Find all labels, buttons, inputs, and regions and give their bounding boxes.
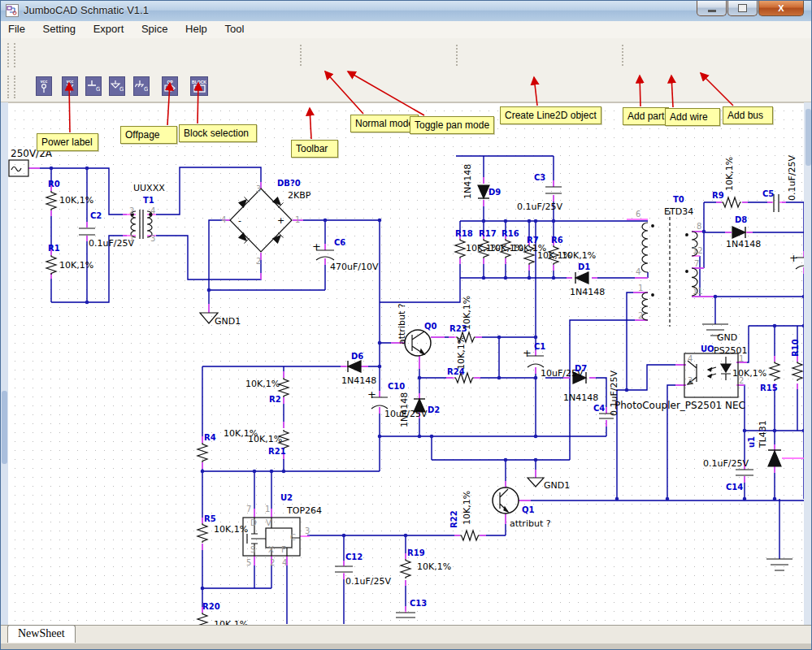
ground-button[interactable]: G bbox=[85, 76, 102, 96]
schematic-label: D7 bbox=[575, 364, 587, 373]
schematic-label: V bbox=[266, 518, 271, 527]
offpage-button[interactable]: OP bbox=[162, 76, 178, 96]
schematic-label: C3 bbox=[534, 173, 545, 182]
schematic-label: C14 bbox=[726, 483, 743, 492]
schematic-label: ETD34 bbox=[664, 206, 693, 217]
power-label-y-button[interactable]: vcc bbox=[62, 76, 78, 96]
schematic-label: - bbox=[238, 215, 241, 226]
schematic-label: D6 bbox=[351, 352, 363, 361]
schematic-label: 1N4148 bbox=[399, 392, 410, 427]
schematic-drawing: 250V/2AR010K,1%C20.1uF/25VR110K,1%UUXXXT… bbox=[8, 103, 804, 626]
schematic-label: 10K,1% bbox=[462, 491, 472, 525]
schematic-label: 10K,1% bbox=[59, 195, 93, 206]
tab-newsheet[interactable]: NewSheet bbox=[7, 625, 76, 643]
ac-source bbox=[9, 160, 28, 176]
schematic-label: 0.1uF/25V bbox=[345, 576, 391, 587]
close-button[interactable]: X bbox=[758, 1, 804, 16]
schematic-label: R20 bbox=[202, 602, 220, 611]
toolbar-separator bbox=[622, 45, 625, 66]
schematic-label: UO bbox=[701, 344, 714, 353]
schematic-label: S bbox=[250, 545, 255, 554]
schematic-label: 0.1uF/25V bbox=[787, 155, 797, 201]
menu-spice[interactable]: Spice bbox=[134, 21, 176, 35]
schematic-label: T0 bbox=[673, 195, 684, 204]
schematic-label: 7 bbox=[246, 505, 251, 514]
schematic-label: C6 bbox=[334, 238, 345, 247]
schematic-label: GND bbox=[717, 332, 737, 343]
transformer-t0 bbox=[641, 211, 697, 327]
toolbar-grip[interactable] bbox=[14, 76, 18, 98]
schematic-label: D8 bbox=[735, 215, 747, 224]
schematic-label: R15 bbox=[760, 384, 778, 392]
toolbar-grip[interactable] bbox=[14, 43, 18, 67]
left-scrollbar[interactable] bbox=[1, 102, 8, 625]
minimize-button[interactable] bbox=[697, 1, 727, 16]
block-icon bbox=[193, 84, 206, 93]
maximize-button[interactable] bbox=[727, 1, 758, 16]
minimize-icon bbox=[708, 10, 716, 12]
toolbar-grip[interactable] bbox=[7, 76, 11, 98]
schematic-label: 1N4148 bbox=[563, 392, 598, 403]
schematic-label: 6 bbox=[636, 210, 640, 219]
schematic-label: UUXXX bbox=[133, 183, 165, 193]
schematic-label: 7 bbox=[694, 259, 699, 268]
schematic-label: R9 bbox=[712, 191, 724, 200]
bottom-strip bbox=[1, 644, 811, 650]
schematic-label: T1 bbox=[143, 196, 154, 205]
schematic-label: 10K,1% bbox=[456, 336, 467, 370]
right-scrollbar[interactable] bbox=[804, 102, 812, 625]
schematic-label: 1 bbox=[265, 505, 270, 514]
toolbar-separator bbox=[300, 45, 303, 66]
schematic-label: 10K,1% bbox=[248, 434, 282, 444]
schematic-label: 1 bbox=[129, 234, 134, 243]
schematic-label: 2 bbox=[638, 311, 643, 320]
chassis-ground-button[interactable]: G bbox=[133, 76, 150, 96]
schematic-label: 10K,1% bbox=[562, 250, 596, 261]
menu-tool[interactable]: Tool bbox=[217, 21, 251, 35]
schematic-label: C5 bbox=[762, 189, 774, 198]
schematic-label: TL431 bbox=[758, 420, 768, 448]
schematic-label: 2 bbox=[270, 558, 275, 567]
schematic-label: D9 bbox=[489, 188, 501, 197]
menu-bar: File Setting Export Spice Help Tool bbox=[1, 21, 811, 39]
earth-ground-button[interactable]: G bbox=[109, 76, 125, 96]
block-selection-button[interactable]: BLOCK bbox=[190, 76, 208, 96]
schematic-label: 4 bbox=[221, 215, 226, 224]
app-window: JumboCAD Schmatic V1.1 X File Setting Ex… bbox=[0, 0, 812, 650]
maximize-icon bbox=[738, 4, 747, 12]
menu-file[interactable]: File bbox=[1, 21, 33, 35]
schematic-label: u1 bbox=[747, 436, 756, 448]
earth-ground-icon: G bbox=[111, 80, 124, 93]
schematic-label: DB?0 bbox=[277, 179, 301, 188]
schematic-label: C1 bbox=[534, 342, 545, 351]
schematic-label: GND1 bbox=[544, 480, 570, 491]
toolbar-separator bbox=[456, 45, 459, 66]
schematic-label: 250V/2A bbox=[11, 148, 53, 159]
schematic-label: 1 bbox=[638, 284, 643, 292]
schematic-label: X bbox=[268, 545, 274, 554]
scrollbar-thumb[interactable] bbox=[805, 109, 811, 166]
schematic-label: + bbox=[312, 240, 321, 253]
schematic-label: 2 bbox=[129, 206, 134, 215]
schematic-label: C10 bbox=[388, 382, 405, 391]
schematic-label: 10K,1% bbox=[245, 379, 280, 389]
schematic-label: 1N4148 bbox=[570, 287, 605, 297]
power-label-circle-button[interactable]: vcc bbox=[36, 76, 52, 96]
toolbar-grip[interactable] bbox=[7, 43, 11, 67]
menu-export[interactable]: Export bbox=[86, 21, 132, 35]
schematic-label: U2 bbox=[280, 493, 293, 502]
chassis-ground-icon: G bbox=[135, 80, 148, 93]
schematic-canvas[interactable]: 250V/2AR010K,1%C20.1uF/25VR110K,1%UUXXXT… bbox=[8, 102, 804, 626]
scrollbar-thumb[interactable] bbox=[2, 391, 7, 464]
schematic-label: R16 bbox=[502, 229, 519, 238]
schematic-label: 470uF/10V bbox=[330, 262, 379, 272]
menu-help[interactable]: Help bbox=[178, 21, 215, 35]
gnd-symbol bbox=[766, 559, 792, 570]
schematic-label: 4 bbox=[688, 354, 693, 363]
menu-setting[interactable]: Setting bbox=[36, 21, 83, 35]
main-toolbar: UNDO REDO A3 ▼ Grid 50 ▼ Snap 50 ▼ bbox=[1, 38, 811, 75]
svg-text:G: G bbox=[119, 86, 124, 93]
schematic-label: C13 bbox=[410, 599, 427, 608]
schematic-label: + bbox=[789, 252, 798, 264]
tl431 bbox=[768, 450, 781, 466]
